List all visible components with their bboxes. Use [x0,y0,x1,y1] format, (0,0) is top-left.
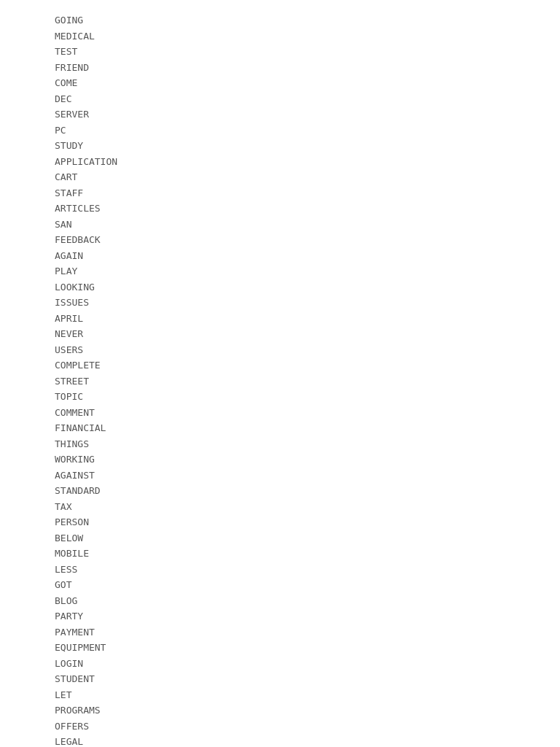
list-item: USERS [55,343,505,357]
list-item: NEVER [55,327,505,341]
list-item: FEEDBACK [55,233,505,247]
list-item: MEDICAL [55,29,505,44]
list-item: ISSUES [55,295,505,310]
list-item: LOGIN [55,657,505,671]
list-item: PAYMENT [55,625,505,640]
list-item: APRIL [55,311,505,326]
list-item: COMPLETE [55,358,505,373]
list-item: CART [55,170,505,185]
list-item: PLAY [55,264,505,279]
list-item: STANDARD [55,484,505,498]
list-item: OFFERS [55,719,505,734]
list-item: WORKING [55,452,505,467]
list-item: LESS [55,562,505,577]
list-item: AGAINST [55,468,505,483]
list-item: TEST [55,44,505,59]
list-item: MOBILE [55,546,505,561]
list-item: LEGAL [55,735,505,747]
list-item: STREET [55,374,505,389]
list-item: AGAIN [55,249,505,263]
list-item: PARTY [55,609,505,624]
list-item: SERVER [55,107,505,122]
word-list: GOINGMEDICALTESTFRIENDCOMEDECSERVERPCSTU… [55,7,505,747]
list-item: GOT [55,578,505,592]
list-item: FRIEND [55,61,505,75]
list-item: DEC [55,92,505,107]
list-item: THINGS [55,437,505,452]
list-item: PERSON [55,515,505,530]
list-item: EQUIPMENT [55,640,505,655]
list-item: APPLICATION [55,155,505,169]
list-item: COMMENT [55,406,505,420]
list-item: STUDENT [55,672,505,686]
list-item: PC [55,123,505,138]
list-item: STUDY [55,139,505,153]
list-item: BELOW [55,531,505,546]
list-item: STAFF [55,186,505,201]
list-item: BLOG [55,594,505,608]
list-item: TAX [55,500,505,514]
list-item: TOPIC [55,390,505,404]
list-item: FINANCIAL [55,421,505,436]
list-item: PROGRAMS [55,703,505,718]
list-item: COME [55,76,505,90]
list-item: LET [55,688,505,703]
list-item: ARTICLES [55,201,505,216]
list-item: SAN [55,217,505,232]
list-item: LOOKING [55,280,505,295]
list-item: GOING [55,13,505,28]
